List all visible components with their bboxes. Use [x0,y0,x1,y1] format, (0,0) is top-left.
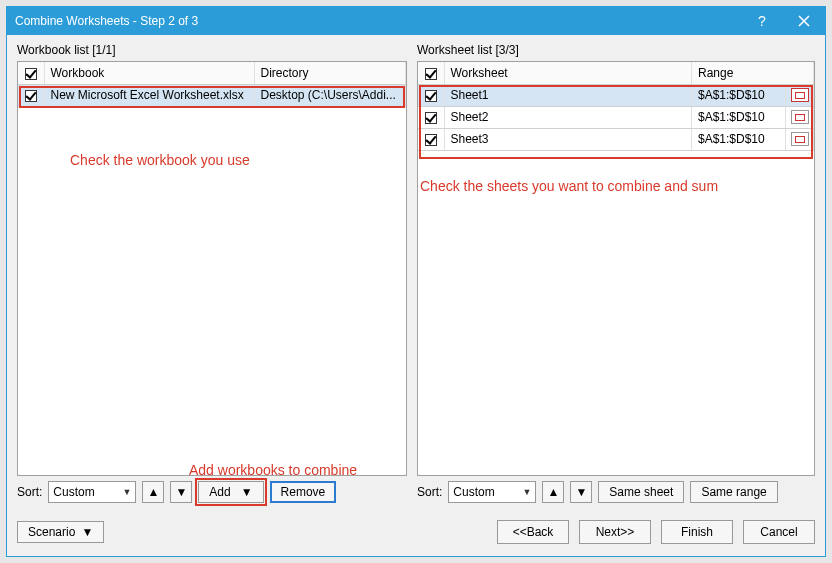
sort-value: Custom [53,485,94,499]
sort-combo[interactable]: Custom ▼ [448,481,536,503]
checkbox-icon [425,134,437,146]
workbook-table-header: Workbook Directory [18,62,406,84]
workbook-list-panel: Workbook Directory New Microsoft Excel W… [17,61,407,476]
next-label: Next>> [596,525,635,539]
same-range-button[interactable]: Same range [690,481,777,503]
checkbox-icon [425,90,437,102]
col-worksheet[interactable]: Worksheet [444,62,692,84]
same-sheet-button[interactable]: Same sheet [598,481,684,503]
scenario-label: Scenario [28,525,75,539]
sort-label: Sort: [417,485,442,499]
close-icon [798,15,810,27]
worksheet-list-panel: Worksheet Range Sheet1 $A$1:$D$10 Sheet2… [417,61,815,476]
arrow-up-icon: ▲ [547,485,559,499]
worksheet-list-label: Worksheet list [3/3] [417,43,519,57]
dialog-footer: Scenario ▼ <<Back Next>> Finish Cancel [17,518,815,546]
same-sheet-label: Same sheet [609,485,673,499]
range-select-button[interactable] [791,88,809,102]
worksheet-range: $A$1:$D$10 [692,106,786,128]
workbook-list-label: Workbook list [1/1] [17,43,115,57]
move-up-button[interactable]: ▲ [142,481,164,503]
workbook-table: Workbook Directory New Microsoft Excel W… [18,62,406,107]
worksheet-name: Sheet3 [444,128,692,150]
move-down-button[interactable]: ▼ [570,481,592,503]
checkbox-icon [425,68,437,80]
worksheet-range: $A$1:$D$10 [692,128,786,150]
finish-button[interactable]: Finish [661,520,733,544]
arrow-up-icon: ▲ [147,485,159,499]
worksheet-row-check[interactable] [418,84,444,106]
sort-combo[interactable]: Custom ▼ [48,481,136,503]
back-label: <<Back [513,525,554,539]
arrow-down-icon: ▼ [575,485,587,499]
move-down-button[interactable]: ▼ [170,481,192,503]
worksheet-row-check[interactable] [418,106,444,128]
dialog-window: Combine Worksheets - Step 2 of 3 ? Workb… [6,6,826,557]
same-range-label: Same range [701,485,766,499]
cancel-label: Cancel [760,525,797,539]
back-button[interactable]: <<Back [497,520,569,544]
chevron-down-icon: ▼ [122,487,131,497]
workbook-toolbar: Sort: Custom ▼ ▲ ▼ Add ▼ Remove [17,478,407,506]
worksheet-toolbar: Sort: Custom ▼ ▲ ▼ Same sheet Same range [417,478,815,506]
worksheet-name: Sheet1 [444,84,692,106]
checkbox-icon [25,90,37,102]
remove-button[interactable]: Remove [270,481,337,503]
close-button[interactable] [783,7,825,35]
move-up-button[interactable]: ▲ [542,481,564,503]
worksheet-row[interactable]: Sheet2 $A$1:$D$10 [418,106,814,128]
sort-value: Custom [453,485,494,499]
help-button[interactable]: ? [741,7,783,35]
worksheet-row[interactable]: Sheet3 $A$1:$D$10 [418,128,814,150]
scenario-button[interactable]: Scenario ▼ [17,521,104,543]
sort-label: Sort: [17,485,42,499]
worksheet-check-all[interactable] [418,62,444,84]
col-range[interactable]: Range [692,62,814,84]
window-title: Combine Worksheets - Step 2 of 3 [7,14,741,28]
checkbox-icon [25,68,37,80]
range-select-button[interactable] [791,110,809,124]
title-bar: Combine Worksheets - Step 2 of 3 ? [7,7,825,35]
cancel-button[interactable]: Cancel [743,520,815,544]
worksheet-table-header: Worksheet Range [418,62,814,84]
next-button[interactable]: Next>> [579,520,651,544]
chevron-down-icon: ▼ [241,485,253,499]
range-select-button[interactable] [791,132,809,146]
arrow-down-icon: ▼ [175,485,187,499]
worksheet-range: $A$1:$D$10 [692,84,786,106]
dialog-body: Workbook list [1/1] Worksheet list [3/3]… [17,43,815,546]
workbook-name: New Microsoft Excel Worksheet.xlsx [44,84,254,106]
worksheet-name: Sheet2 [444,106,692,128]
worksheet-row[interactable]: Sheet1 $A$1:$D$10 [418,84,814,106]
workbook-dir: Desktop (C:\Users\Addi... [254,84,406,106]
annotation-text: Check the sheets you want to combine and… [420,178,718,194]
worksheet-row-check[interactable] [418,128,444,150]
chevron-down-icon: ▼ [522,487,531,497]
chevron-down-icon: ▼ [81,525,93,539]
worksheet-table: Worksheet Range Sheet1 $A$1:$D$10 Sheet2… [418,62,814,151]
workbook-check-all[interactable] [18,62,44,84]
add-button[interactable]: Add ▼ [198,481,263,503]
finish-label: Finish [681,525,713,539]
col-directory[interactable]: Directory [254,62,406,84]
workbook-row[interactable]: New Microsoft Excel Worksheet.xlsx Deskt… [18,84,406,106]
col-workbook[interactable]: Workbook [44,62,254,84]
workbook-row-check[interactable] [18,84,44,106]
checkbox-icon [425,112,437,124]
remove-label: Remove [281,485,326,499]
add-label: Add [209,485,230,499]
annotation-text: Check the workbook you use [70,152,250,168]
